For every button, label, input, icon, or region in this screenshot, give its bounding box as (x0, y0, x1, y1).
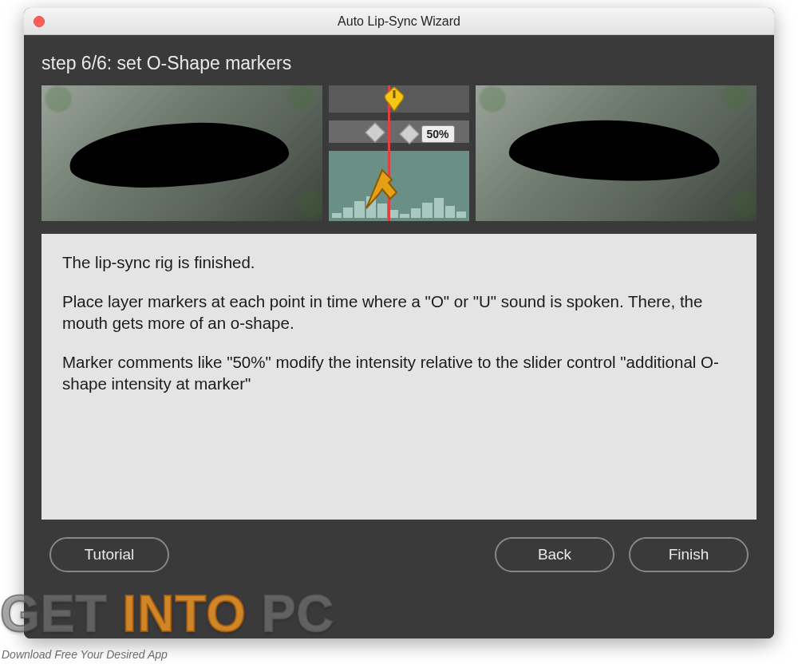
wizard-button-row: Tutorial Back Finish (41, 520, 757, 590)
wizard-body: step 6/6: set O-Shape markers (24, 35, 774, 638)
instruction-line-2: Place layer markers at each point in tim… (62, 291, 736, 334)
instruction-line-3: Marker comments like "50%" modify the in… (62, 351, 736, 394)
illustration-row: 50% (41, 85, 757, 221)
layer-marker-icon (368, 125, 382, 140)
instruction-panel: The lip-sync rig is finished. Place laye… (41, 234, 757, 520)
arrow-cursor-icon (360, 159, 405, 215)
close-icon[interactable] (34, 16, 45, 27)
traffic-lights (34, 16, 45, 27)
window-title: Auto Lip-Sync Wizard (24, 14, 774, 29)
wizard-window: Auto Lip-Sync Wizard step 6/6: set O-Sha… (24, 8, 774, 638)
marker-pin-icon (384, 87, 405, 111)
marker-value-label: 50% (421, 125, 455, 143)
instruction-line-1: The lip-sync rig is finished. (62, 251, 736, 273)
mouth-image-left (41, 85, 322, 221)
finish-button[interactable]: Finish (629, 537, 749, 572)
titlebar: Auto Lip-Sync Wizard (24, 8, 774, 35)
step-label: step 6/6: set O-Shape markers (41, 53, 757, 74)
layer-marker-labeled: 50% (402, 125, 455, 143)
svg-rect-0 (393, 90, 395, 98)
back-button[interactable]: Back (495, 537, 614, 572)
watermark-tagline: Download Free Your Desired App (2, 648, 168, 661)
mouth-image-right (476, 85, 757, 221)
tutorial-button[interactable]: Tutorial (49, 537, 169, 572)
timeline-illustration: 50% (329, 85, 469, 221)
